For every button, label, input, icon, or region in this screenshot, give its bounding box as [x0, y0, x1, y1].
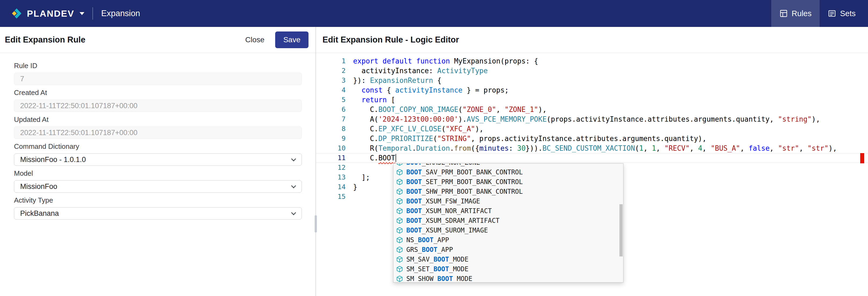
line-number: 1 — [316, 56, 346, 66]
line-number: 3 — [316, 76, 346, 85]
line-number: 9 — [316, 134, 346, 143]
suggestion-BOOT_SHW_PRM_BOOT_BANK_CONTROL[interactable]: BOOT_SHW_PRM_BOOT_BANK_CONTROL — [394, 187, 623, 196]
error-marker — [860, 153, 864, 163]
line-number: 11 — [316, 153, 346, 163]
line-content: C.BOOT_COPY_NOR_IMAGE("ZONE_0", "ZONE_1"… — [346, 105, 547, 114]
code-editor[interactable]: 1export default function MyExpansion(pro… — [316, 53, 868, 296]
suggest-scrollbar[interactable] — [619, 204, 623, 257]
command-symbol-icon — [396, 198, 403, 205]
code-line-5[interactable]: 5 return [ — [316, 95, 868, 105]
code-line-10[interactable]: 10 R(Temporal.Duration.from({minutes: 30… — [316, 143, 868, 153]
edit-rule-header: Edit Expansion Rule Close Save — [0, 27, 315, 53]
line-content: activityInstance: ActivityType — [346, 66, 488, 76]
command-symbol-icon — [396, 266, 403, 273]
suggestion-label: BOOT_SAV_PRM_BOOT_BANK_CONTROL — [406, 168, 523, 176]
code-line-1[interactable]: 1export default function MyExpansion(pro… — [316, 56, 868, 66]
line-number: 14 — [316, 182, 346, 192]
text-cursor — [396, 154, 396, 162]
suggestion-label: BOOT_XSUM_SUROM_IMAGE — [406, 226, 488, 234]
line-content: C.BOOT — [346, 153, 396, 163]
suggestion-label: NS_BOOT_APP — [406, 236, 449, 244]
code-line-8[interactable]: 8 C.EP_XFC_LV_CLOSE("XFC_A"), — [316, 124, 868, 134]
code-line-3[interactable]: 3}): ExpansionReturn { — [316, 76, 868, 85]
line-number: 5 — [316, 95, 346, 105]
line-number: 6 — [316, 105, 346, 114]
line-number: 7 — [316, 114, 346, 124]
line-content — [346, 163, 353, 172]
activity-type-label: Activity Type — [14, 196, 302, 205]
suggestion-BOOT_XSUM_NOR_ARTIFACT[interactable]: BOOT_XSUM_NOR_ARTIFACT — [394, 206, 623, 216]
code-line-4[interactable]: 4 const { activityInstance } = props; — [316, 85, 868, 95]
suggestion-label: SM_SHOW_BOOT_MODE — [406, 275, 472, 282]
code-line-2[interactable]: 2 activityInstance: ActivityType — [316, 66, 868, 76]
top-bar: PLANDEV Expansion Rules Sets — [0, 0, 868, 27]
suggestion-BOOT_SET_PRM_BOOT_BANK_CONTROL[interactable]: BOOT_SET_PRM_BOOT_BANK_CONTROL — [394, 177, 623, 187]
model-select[interactable]: MissionFoo — [14, 180, 302, 193]
logic-editor-header: Edit Expansion Rule - Logic Editor — [316, 27, 868, 53]
suggestion-BOOT_XSUM_FSW_IMAGE[interactable]: BOOT_XSUM_FSW_IMAGE — [394, 196, 623, 206]
command-dictionary-label: Command Dictionary — [14, 142, 302, 151]
rule-id-input — [14, 73, 302, 85]
suggestion-BOOT_XSUM_SUROM_IMAGE[interactable]: BOOT_XSUM_SUROM_IMAGE — [394, 225, 623, 235]
suggestion-label: SM_SET_BOOT_MODE — [406, 265, 468, 273]
line-content: const { activityInstance } = props; — [346, 85, 509, 95]
suggestion-label: BOOT_XSUM_FSW_IMAGE — [406, 197, 480, 205]
line-content: C.DP_PRIORITIZE("STRING", props.activity… — [346, 134, 707, 143]
field-activity-type: Activity Type PickBanana — [14, 196, 302, 220]
nav-sets-label: Sets — [840, 9, 856, 18]
suggestion-NS_BOOT_APP[interactable]: NS_BOOT_APP — [394, 235, 623, 245]
app-menu[interactable]: PLANDEV — [11, 7, 84, 19]
edit-rule-title: Edit Expansion Rule — [5, 35, 86, 45]
command-symbol-icon — [396, 169, 403, 176]
line-number: 13 — [316, 172, 346, 182]
line-content: return [ — [346, 95, 395, 105]
suggestion-SM_SET_BOOT_MODE[interactable]: SM_SET_BOOT_MODE — [394, 264, 623, 274]
suggestion-BOOT_ERASE_NOR_ZONE[interactable]: BOOT_ERASE_NOR_ZONE — [394, 163, 623, 167]
command-symbol-icon — [396, 256, 403, 263]
line-content: ]; — [346, 172, 370, 182]
command-symbol-icon — [396, 275, 403, 282]
suggestion-BOOT_XSUM_SDRAM_ARTIFACT[interactable]: BOOT_XSUM_SDRAM_ARTIFACT — [394, 216, 623, 225]
suggestion-label: GRS_BOOT_APP — [406, 246, 453, 253]
rule-id-label: Rule ID — [14, 62, 302, 70]
activity-type-select[interactable]: PickBanana — [14, 207, 302, 220]
topbar-divider — [92, 7, 93, 20]
suggestion-BOOT_SAV_PRM_BOOT_BANK_CONTROL[interactable]: BOOT_SAV_PRM_BOOT_BANK_CONTROL — [394, 167, 623, 177]
field-rule-id: Rule ID — [14, 62, 302, 85]
line-content: A('2024-123t00:00:00').AVS_PCE_MEMORY_PO… — [346, 114, 820, 124]
suggestion-list: BOOT_ERASE_NOR_ZONE BOOT_SAV_PRM_BOOT_BA… — [394, 163, 623, 282]
top-nav: Rules Sets — [771, 0, 868, 27]
chevron-down-icon[interactable] — [80, 12, 84, 15]
suggestion-SM_SAV_BOOT_MODE[interactable]: SM_SAV_BOOT_MODE — [394, 254, 623, 264]
code-line-11[interactable]: 11 C.BOOT — [316, 153, 868, 163]
command-symbol-icon — [396, 217, 403, 224]
line-number: 8 — [316, 124, 346, 134]
code-line-7[interactable]: 7 A('2024-123t00:00:00').AVS_PCE_MEMORY_… — [316, 114, 868, 124]
line-number: 10 — [316, 143, 346, 153]
autocomplete-popup: BOOT_ERASE_NOR_ZONE BOOT_SAV_PRM_BOOT_BA… — [393, 163, 623, 282]
code-line-6[interactable]: 6 C.BOOT_COPY_NOR_IMAGE("ZONE_0", "ZONE_… — [316, 105, 868, 114]
command-symbol-icon — [396, 179, 403, 185]
command-dictionary-select[interactable]: MissionFoo - 1.0.1.0 — [14, 153, 302, 166]
model-label: Model — [14, 169, 302, 178]
nav-rules-button[interactable]: Rules — [771, 0, 819, 27]
created-at-label: Created At — [14, 88, 302, 97]
updated-at-input — [14, 127, 302, 139]
nav-sets-button[interactable]: Sets — [819, 0, 864, 27]
created-at-input — [14, 100, 302, 112]
logic-editor-panel: Edit Expansion Rule - Logic Editor 1expo… — [316, 27, 868, 296]
close-button[interactable]: Close — [240, 32, 270, 48]
suggestion-SM_SHOW_BOOT_MODE[interactable]: SM_SHOW_BOOT_MODE — [394, 274, 623, 282]
command-symbol-icon — [396, 227, 403, 234]
suggestion-GRS_BOOT_APP[interactable]: GRS_BOOT_APP — [394, 245, 623, 254]
save-button[interactable]: Save — [275, 31, 309, 48]
suggestion-label: BOOT_XSUM_SDRAM_ARTIFACT — [406, 217, 500, 224]
command-symbol-icon — [396, 163, 403, 166]
suggestion-label: SM_SAV_BOOT_MODE — [406, 255, 468, 263]
suggestion-label: BOOT_XSUM_NOR_ARTIFACT — [406, 207, 492, 215]
line-number: 12 — [316, 163, 346, 172]
nav-rules-label: Rules — [792, 9, 812, 18]
edit-rule-panel: Edit Expansion Rule Close Save Rule ID C… — [0, 27, 315, 296]
code-line-9[interactable]: 9 C.DP_PRIORITIZE("STRING", props.activi… — [316, 134, 868, 143]
main-content: Edit Expansion Rule Close Save Rule ID C… — [0, 27, 868, 296]
